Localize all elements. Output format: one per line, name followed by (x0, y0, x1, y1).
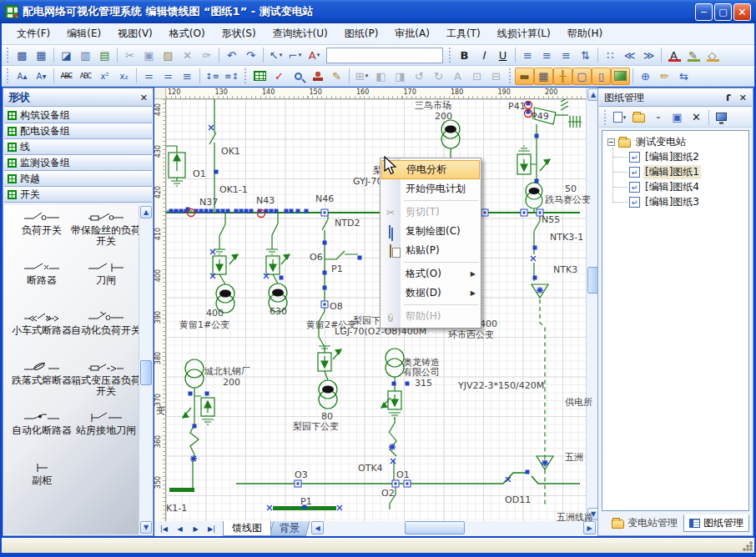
drawing-canvas[interactable]: 120130140150160170180190200210 440430420… (154, 88, 597, 521)
toolbar-grip[interactable] (6, 68, 10, 84)
close-button[interactable]: ✕ (733, 3, 751, 21)
station-view-button[interactable] (712, 108, 731, 126)
print-button[interactable]: ▤ (95, 47, 114, 64)
toolbar-grip[interactable] (244, 68, 248, 84)
stencil-scroll-down-icon[interactable]: ▼ (140, 521, 152, 534)
tree-node-station[interactable]: 测试变电站 (602, 134, 748, 149)
page-tab-2[interactable]: 背景 (270, 521, 310, 536)
guides-toggle-button[interactable]: ╂ (553, 68, 572, 85)
menu-item-5[interactable]: 形状(S) (214, 24, 265, 43)
increase-paragraph-spacing-button[interactable]: ↕≡ (203, 68, 222, 85)
delete-sheet-button[interactable]: ✕ (687, 108, 706, 126)
prev-page-button[interactable]: ◀ (172, 522, 188, 535)
menu-item-6[interactable]: 查询统计(U) (265, 24, 336, 43)
delete-button[interactable]: ✕ (178, 47, 197, 64)
outdent-button[interactable]: ≪ (620, 47, 639, 64)
canvas-scroll-up-icon[interactable]: ▲ (587, 88, 597, 101)
resize-grip[interactable] (743, 541, 753, 551)
stencil-item-auto-breaker[interactable]: 自动化断路器 (7, 410, 77, 436)
menu-item-2[interactable]: 编辑(E) (58, 24, 109, 43)
stencil-item-station-ground-switch[interactable]: 站房接地刀闸 (71, 410, 141, 436)
send-to-back-button[interactable]: ⊟ (486, 68, 506, 85)
grow-font-button[interactable]: A▴ (13, 68, 32, 85)
flip-vertical-button[interactable]: ◨ (391, 68, 410, 85)
menu-item-8[interactable]: 审批(A) (386, 24, 438, 43)
context-menu-item[interactable]: 开始停电计划 (381, 179, 481, 198)
pointer-tool-button[interactable]: ↖▾ (266, 47, 285, 64)
hscroll-right-icon[interactable]: ▶ (583, 521, 596, 534)
map-view-button[interactable] (250, 68, 270, 85)
pin-icon[interactable]: ꓩ (726, 93, 731, 103)
tree-node-sheet[interactable]: ↵[编辑]图纸3 (602, 194, 748, 209)
tree-node-sheet[interactable]: ↵[编辑]图纸1 (602, 164, 748, 179)
page-breaks-toggle-button[interactable]: ▯ (592, 68, 611, 85)
hscroll-left-icon[interactable]: ◀ (311, 521, 324, 534)
strikethrough-button[interactable]: ABC (57, 68, 76, 85)
fill-color-button[interactable]: ◇ (703, 47, 722, 64)
text-direction-button[interactable]: ⇅ (576, 47, 595, 64)
pan-zoom-window-toggle-button[interactable] (611, 68, 630, 85)
panel-tab-1[interactable]: 变电站管理 (607, 514, 683, 532)
zoom-button[interactable]: ⊕ (636, 68, 655, 85)
style-combo[interactable] (326, 48, 443, 63)
last-page-button[interactable]: ▶| (204, 522, 219, 535)
subscript-button[interactable]: x₂ (114, 68, 134, 85)
canvas-vscroll-thumb[interactable] (587, 267, 597, 294)
stencil-item-auto-load-switch[interactable]: 自动化负荷开关 (71, 310, 141, 336)
tree-node-sheet[interactable]: ↵[编辑]图纸4 (602, 179, 748, 194)
cut-button[interactable]: ✂ (120, 47, 139, 64)
connection-points-toggle-button[interactable]: ▢ (572, 68, 592, 85)
bold-button[interactable]: B (455, 47, 474, 64)
context-menu-item[interactable]: 数据(D)▶ (381, 284, 481, 303)
undo-button[interactable]: ↶ (222, 47, 241, 64)
menu-item-1[interactable]: 文件(F) (8, 24, 58, 43)
ruler-toggle-button[interactable]: ▬ (515, 68, 534, 85)
tree-expander-icon[interactable] (607, 138, 615, 146)
text-tool-button[interactable]: A▾ (305, 47, 324, 64)
shapes-panel-close-icon[interactable]: ✕ (140, 93, 148, 103)
stencil-item-drop-fuse[interactable]: 跌落式熔断器 (7, 360, 77, 386)
indent-button[interactable]: ≫ (639, 47, 658, 64)
menu-item-9[interactable]: 工具(T) (438, 24, 489, 43)
menu-item-3[interactable]: 视图(V) (109, 24, 161, 43)
shape-group-1[interactable]: 构筑设备组 (4, 108, 152, 123)
context-menu-item[interactable]: 复制绘图(C) (381, 222, 481, 241)
menu-item-10[interactable]: 线损计算(L) (489, 24, 559, 43)
grid-toggle-button[interactable]: ▦ (534, 68, 553, 85)
open-sheet-button[interactable] (629, 108, 648, 126)
minimize-button[interactable]: ─ (695, 3, 713, 21)
rename-sheet-button[interactable] (648, 108, 668, 126)
connector-tool-button[interactable]: ⌐▾ (285, 47, 305, 64)
line-color-button[interactable]: ✎ (683, 47, 703, 64)
next-page-button[interactable]: ▶ (188, 522, 204, 535)
print-preview-button[interactable]: ▥ (76, 47, 95, 64)
annotate-button[interactable]: ✎ (327, 68, 346, 85)
stencil-item-fused-load-switch[interactable]: 带保险丝的负荷开关 (71, 210, 141, 247)
context-menu-item[interactable]: ?帮助(H) (381, 307, 481, 326)
shape-group-2[interactable]: 配电设备组 (4, 123, 152, 139)
canvas-vertical-scrollbar[interactable]: ▲ ▼ (586, 88, 597, 521)
stencil-item-load-switch[interactable]: 负荷开关 (7, 210, 77, 236)
align-center-button[interactable]: ≡ (537, 47, 557, 64)
rotate-text-button[interactable]: A (448, 68, 467, 85)
align-left-button[interactable]: ≡ (518, 47, 537, 64)
report-table-button[interactable]: ▦ (32, 47, 51, 64)
hscroll-thumb[interactable] (405, 521, 465, 534)
context-menu-item[interactable]: ✂剪切(T) (381, 203, 481, 222)
stencil-scrollbar[interactable]: ▲ ▼ (139, 205, 152, 534)
font-color-button[interactable]: A (664, 47, 683, 64)
decrease-paragraph-spacing-button[interactable]: ≡↕ (222, 68, 241, 85)
stencil-item-breaker[interactable]: 断路器 (7, 260, 77, 286)
bullets-button[interactable]: ∷ (601, 47, 620, 64)
context-menu-item[interactable]: 粘贴(P) (381, 241, 481, 260)
bring-to-front-button[interactable]: ⊡ (467, 68, 486, 85)
first-page-button[interactable]: |◀ (156, 522, 172, 535)
stencil-item-knife-switch[interactable]: 刀闸 (71, 260, 141, 286)
rotate-right-button[interactable]: ↻ (429, 68, 448, 85)
shape-group-6[interactable]: 开关 (4, 187, 152, 203)
stencil-scroll-thumb[interactable] (140, 360, 152, 385)
toolbar-grip[interactable] (6, 47, 10, 63)
rotate-left-button[interactable]: ↺ (410, 68, 429, 85)
save-button[interactable]: ◪ (57, 47, 76, 64)
page-tab-1[interactable]: 馈线图 (223, 521, 271, 536)
